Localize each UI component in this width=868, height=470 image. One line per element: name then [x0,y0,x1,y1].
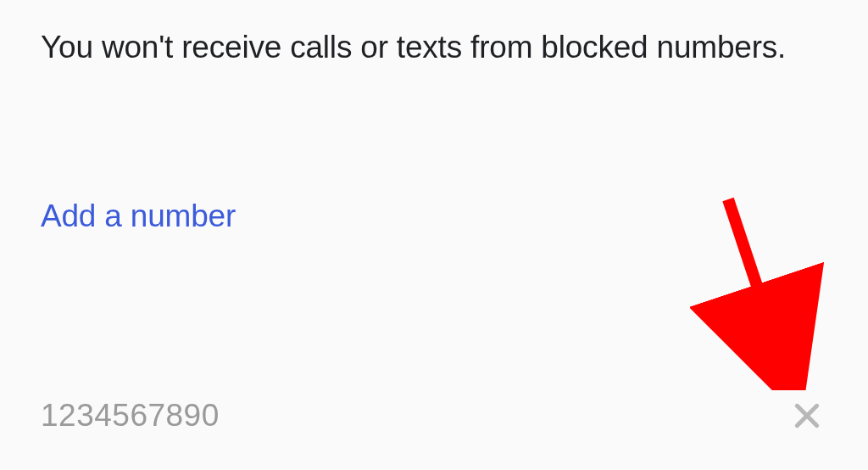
blocked-number-value: 1234567890 [41,398,220,434]
remove-number-button[interactable] [787,395,827,436]
blocked-number-row: 1234567890 [41,395,827,436]
description-text: You won't receive calls or texts from bl… [41,24,827,71]
blocked-numbers-panel: You won't receive calls or texts from bl… [0,0,868,470]
add-number-button[interactable]: Add a number [41,199,236,234]
close-icon [790,399,824,433]
annotation-arrow [690,187,826,390]
svg-line-0 [728,199,779,352]
